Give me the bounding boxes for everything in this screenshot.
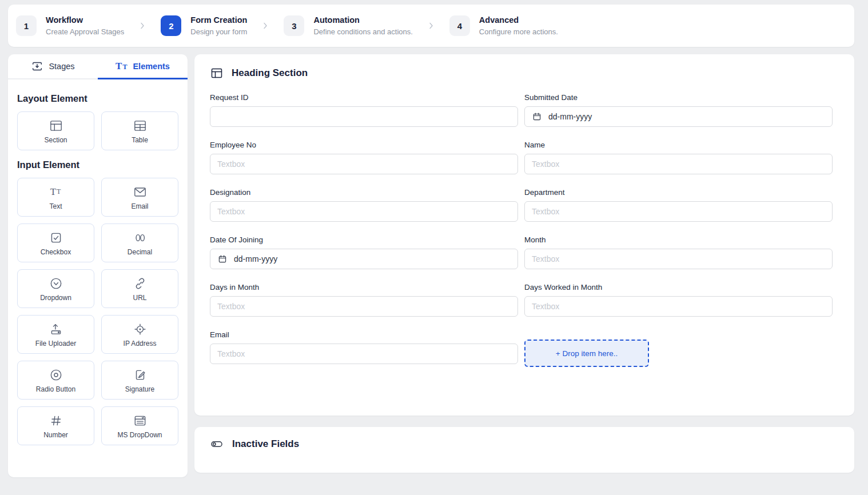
step-title: Form Creation — [190, 15, 247, 25]
tile-label: Email — [131, 202, 148, 210]
tile-label: Number — [43, 431, 68, 439]
stepper-bar: 1 Workflow Create Approval Stages 2 Form… — [8, 5, 854, 47]
step-subtitle: Configure more actions. — [479, 27, 558, 36]
step-number-badge: 3 — [284, 15, 304, 36]
step-advanced[interactable]: 4 Advanced Configure more actions. — [449, 15, 558, 36]
dropdown-icon — [49, 276, 63, 291]
input-element-grid: TT Text Email Checkbox — [17, 178, 178, 445]
field-date-of-joining: Date Of Joining dd-mm-yyyy — [210, 235, 518, 269]
tab-label: Stages — [49, 62, 74, 71]
step-subtitle: Design your form — [190, 27, 247, 36]
ip-address-icon — [133, 322, 148, 337]
step-workflow[interactable]: 1 Workflow Create Approval Stages — [16, 15, 124, 36]
tile-label: Dropdown — [40, 294, 71, 302]
section-title: Heading Section — [232, 67, 308, 79]
month-input[interactable] — [524, 249, 833, 269]
step-subtitle: Create Approval Stages — [46, 27, 124, 36]
tile-label: URL — [133, 294, 146, 302]
element-tile-table[interactable]: Table — [101, 111, 178, 150]
step-form-creation[interactable]: 2 Form Creation Design your form — [161, 15, 247, 36]
file-upload-icon — [49, 322, 63, 337]
dropzone-label: + Drop item here.. — [556, 349, 618, 358]
dropzone-cell: + Drop item here.. — [524, 330, 833, 367]
field-label: Name — [524, 141, 833, 149]
days-in-month-input[interactable] — [210, 296, 518, 317]
stages-icon — [31, 59, 43, 74]
text-elements-icon: TT — [116, 61, 128, 72]
toggle-off-icon — [210, 437, 224, 451]
element-tile-text[interactable]: TT Text — [17, 178, 94, 217]
form-grid: Request ID Submitted Date dd-mm-yyyy Emp… — [210, 93, 833, 367]
chevron-right-icon — [138, 21, 147, 30]
tile-label: Checkbox — [41, 248, 71, 256]
request-id-input[interactable] — [210, 106, 518, 127]
inactive-fields-card: Inactive Fields — [194, 427, 854, 473]
designation-input[interactable] — [210, 201, 518, 222]
field-label: Days Worked in Month — [524, 283, 833, 292]
elements-sidebar: Stages TT Elements Layout Element Sectio… — [8, 54, 188, 477]
field-label: Designation — [210, 188, 518, 197]
element-tile-ms-dropdown[interactable]: MS DropDown — [101, 406, 178, 445]
field-label: Date Of Joining — [210, 235, 518, 244]
ms-dropdown-icon — [133, 413, 148, 428]
tile-label: Section — [44, 136, 67, 144]
field-label: Department — [524, 188, 833, 197]
decimal-icon — [133, 230, 148, 245]
field-department: Department — [524, 188, 833, 222]
name-input[interactable] — [524, 154, 833, 174]
element-tile-email[interactable]: Email — [101, 178, 178, 217]
element-tile-radio-button[interactable]: Radio Button — [17, 361, 94, 400]
element-tile-checkbox[interactable]: Checkbox — [17, 223, 94, 262]
element-tile-decimal[interactable]: Decimal — [101, 223, 178, 262]
inactive-fields-header[interactable]: Inactive Fields — [210, 437, 839, 451]
tile-label: Table — [132, 136, 148, 144]
tile-label: MS DropDown — [117, 431, 162, 439]
field-month: Month — [524, 235, 833, 269]
tile-label: Signature — [125, 385, 154, 393]
department-input[interactable] — [524, 201, 833, 222]
field-label: Request ID — [210, 93, 518, 102]
field-name: Name — [524, 141, 833, 174]
inactive-fields-title: Inactive Fields — [232, 438, 299, 450]
step-number-badge: 4 — [449, 15, 470, 36]
tab-label: Elements — [133, 62, 169, 71]
field-email: Email — [210, 330, 518, 367]
employee-no-input[interactable] — [210, 154, 518, 174]
chevron-right-icon — [261, 21, 270, 30]
element-tile-number[interactable]: Number — [17, 406, 94, 445]
step-subtitle: Define conditions and actions. — [313, 27, 412, 36]
calendar-icon — [217, 254, 228, 264]
field-label: Days in Month — [210, 283, 518, 292]
table-icon — [133, 118, 148, 133]
element-tile-ip-address[interactable]: IP Address — [101, 315, 178, 354]
step-automation[interactable]: 3 Automation Define conditions and actio… — [284, 15, 412, 36]
tile-label: Text — [49, 202, 62, 210]
field-days-in-month: Days in Month — [210, 283, 518, 317]
element-tile-section[interactable]: Section — [17, 111, 94, 150]
element-tile-dropdown[interactable]: Dropdown — [17, 269, 94, 308]
tab-stages[interactable]: Stages — [8, 54, 98, 78]
date-of-joining-input[interactable]: dd-mm-yyyy — [210, 249, 518, 269]
field-days-worked-in-month: Days Worked in Month — [524, 283, 833, 317]
field-label: Employee No — [210, 141, 518, 149]
tab-elements[interactable]: TT Elements — [98, 54, 188, 78]
drop-item-zone[interactable]: + Drop item here.. — [524, 340, 649, 367]
field-label: Email — [210, 330, 518, 339]
tile-label: Decimal — [128, 248, 152, 256]
radio-button-icon — [49, 368, 63, 382]
element-tile-url[interactable]: URL — [101, 269, 178, 308]
element-tile-file-uploader[interactable]: File Uploader — [17, 315, 94, 354]
element-tile-signature[interactable]: Signature — [101, 361, 178, 400]
email-input[interactable] — [210, 344, 518, 364]
checkbox-icon — [49, 230, 63, 245]
tile-label: File Uploader — [35, 340, 76, 348]
field-submitted-date: Submitted Date dd-mm-yyyy — [524, 93, 833, 127]
days-worked-in-month-input[interactable] — [524, 296, 833, 317]
field-request-id: Request ID — [210, 93, 518, 127]
submitted-date-input[interactable]: dd-mm-yyyy — [524, 106, 833, 127]
field-employee-no: Employee No — [210, 141, 518, 174]
url-link-icon — [133, 276, 148, 291]
step-number-badge: 1 — [16, 15, 37, 36]
section-icon — [49, 118, 63, 133]
signature-icon — [133, 368, 148, 382]
